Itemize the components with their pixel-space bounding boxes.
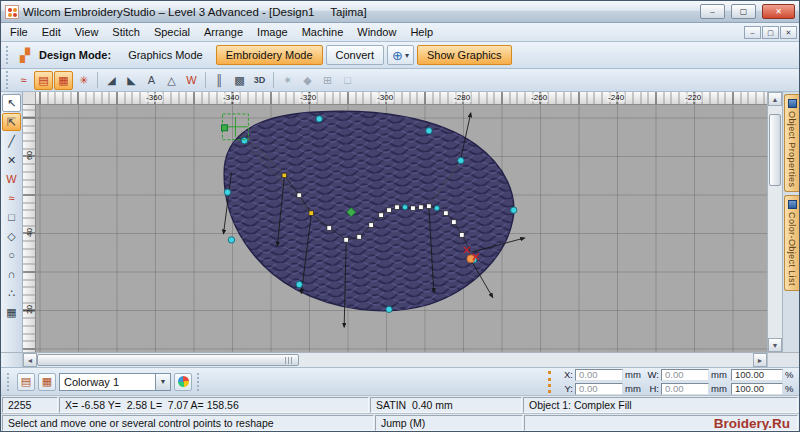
rectangle-tool[interactable]: □ — [2, 208, 21, 226]
reshape-tool[interactable]: ⇱ — [2, 113, 21, 131]
horizontal-scroll-thumb[interactable] — [37, 354, 299, 366]
app-logo-icon — [5, 5, 19, 19]
show-graphics-button[interactable]: Show Graphics — [417, 45, 512, 65]
scroll-corner-left — [1, 353, 23, 367]
menu-machine[interactable]: Machine — [295, 24, 351, 40]
scroll-right-button[interactable]: ► — [753, 353, 767, 367]
select-tool[interactable]: ↖ — [2, 94, 21, 112]
w-scale-input[interactable] — [731, 369, 783, 381]
menu-arrange[interactable]: Arrange — [197, 24, 250, 40]
menu-window[interactable]: Window — [350, 24, 403, 40]
lettering-icon[interactable]: A — [142, 71, 161, 90]
outline-design-icon[interactable]: □ — [338, 71, 357, 90]
diamond-tool[interactable]: ◇ — [2, 227, 21, 245]
maximize-button[interactable]: ▢ — [731, 4, 756, 19]
h-scale-input[interactable] — [731, 383, 783, 395]
design-canvas-svg — [36, 105, 767, 352]
selected-object-info: Object 1: Complex Fill — [523, 397, 798, 413]
lettering-tool[interactable]: W — [2, 170, 21, 188]
chevron-down-icon[interactable]: ▼ — [155, 374, 170, 390]
mesh-icon[interactable]: ⊞ — [318, 71, 337, 90]
mdi-close-button[interactable]: ✕ — [780, 26, 797, 39]
h-input[interactable] — [661, 383, 709, 395]
toolbar-grip[interactable] — [197, 373, 202, 391]
hint-text: Select and move one or several control p… — [2, 415, 374, 431]
tatami-stitch-icon[interactable]: ▦ — [54, 71, 73, 90]
star-fill-icon[interactable]: ✶ — [278, 71, 297, 90]
close-button[interactable]: ✕ — [762, 4, 795, 19]
knife-tool[interactable]: ✕ — [2, 151, 21, 169]
column-icon[interactable]: ║ — [210, 71, 229, 90]
toolbar-separator — [97, 72, 98, 88]
toolbar-grip[interactable] — [7, 373, 12, 391]
menu-file[interactable]: File — [3, 24, 35, 40]
scroll-up-button[interactable]: ▲ — [768, 92, 782, 106]
x-input[interactable] — [575, 369, 623, 381]
ruler-label: -240 — [607, 93, 625, 102]
arc-tool[interactable]: ∩ — [2, 265, 21, 283]
ellipse-tool[interactable]: ○ — [2, 246, 21, 264]
y-input[interactable] — [575, 383, 623, 395]
vertical-scrollbar[interactable]: ▲ ▼ — [767, 92, 782, 352]
colorway-select[interactable]: Colorway 1 ▼ — [59, 373, 171, 391]
3d-warp-icon[interactable]: 3D — [250, 71, 269, 90]
mdi-minimize-button[interactable]: – — [744, 26, 761, 39]
design-canvas[interactable] — [36, 105, 767, 352]
work-area: ↖ ⇱ ╱ ✕ W ≈ □ ◇ ○ ∩ ∴ ▦ -360 -340 -320 -… — [1, 92, 799, 352]
w-input[interactable] — [661, 369, 709, 381]
measure-tool[interactable]: ╱ — [2, 132, 21, 150]
vertical-scroll-thumb[interactable] — [769, 114, 781, 186]
menu-view[interactable]: View — [68, 24, 106, 40]
tab-color-object-list[interactable]: Color-Object List — [784, 195, 799, 291]
ripple-fill-icon[interactable]: ◆ — [298, 71, 317, 90]
x-label: X: — [559, 369, 573, 380]
input-a-icon[interactable]: ◢ — [102, 71, 121, 90]
run-stitch-icon[interactable]: ≈ — [14, 71, 33, 90]
motif-stitch-icon[interactable]: ✳ — [74, 71, 93, 90]
tab-label: Color-Object List — [787, 212, 797, 286]
satin-stitch-icon[interactable]: ▤ — [34, 71, 53, 90]
tab-object-properties[interactable]: Object Properties — [784, 94, 799, 192]
penetrations-tool[interactable]: ∴ — [2, 284, 21, 302]
horizontal-scroll-track[interactable] — [37, 353, 753, 367]
vertical-scroll-track[interactable] — [768, 106, 782, 338]
menu-edit[interactable]: Edit — [35, 24, 68, 40]
freehand-tool[interactable]: ≈ — [2, 189, 21, 207]
panel-grip-icon[interactable] — [548, 371, 554, 393]
embroidery-mode-button[interactable]: Embroidery Mode — [216, 45, 323, 65]
globe-icon: ⊕ — [392, 48, 403, 63]
w-label: W: — [645, 369, 659, 380]
menu-stitch[interactable]: Stitch — [105, 24, 147, 40]
grid-tool[interactable]: ▦ — [2, 303, 21, 321]
graphics-mode-button[interactable]: Graphics Mode — [118, 45, 213, 65]
monogram-icon[interactable]: W — [182, 71, 201, 90]
splitter-grip-icon[interactable] — [285, 357, 294, 364]
ruler-label: -280 — [453, 93, 471, 102]
chevron-down-icon: ▾ — [405, 51, 409, 60]
embroidery-object[interactable] — [224, 111, 514, 310]
scroll-down-button[interactable]: ▼ — [768, 338, 782, 352]
palette-editor-icon[interactable]: ▤ — [17, 373, 35, 391]
input-b-icon[interactable]: ◣ — [122, 71, 141, 90]
percent-label: % — [785, 383, 795, 394]
ruler-label: -220 — [684, 93, 702, 102]
colorway-editor-button[interactable] — [174, 373, 192, 391]
thread-colors-icon[interactable]: ▦ — [38, 373, 56, 391]
fusion-fill-icon[interactable]: ▩ — [230, 71, 249, 90]
menu-special[interactable]: Special — [147, 24, 197, 40]
mdi-restore-button[interactable]: ▢ — [762, 26, 779, 39]
menu-help[interactable]: Help — [403, 24, 440, 40]
percent-label: % — [785, 369, 795, 380]
toolbar-separator — [273, 72, 274, 88]
vertical-ruler: 60 40 20 — [23, 105, 36, 352]
toolbar-grip[interactable] — [6, 71, 11, 89]
horizontal-scrollbar-row: ◄ ► — [1, 352, 799, 367]
machine-format-button[interactable]: ⊕ ▾ — [387, 45, 414, 65]
toolbar-grip[interactable] — [6, 46, 11, 64]
input-c-icon[interactable]: △ — [162, 71, 181, 90]
minimize-button[interactable]: – — [700, 4, 725, 19]
scroll-left-button[interactable]: ◄ — [23, 353, 37, 367]
transform-panel: X: mm W: mm % Y: mm H: mm % — [548, 368, 795, 395]
convert-button[interactable]: Convert — [326, 45, 385, 65]
menu-image[interactable]: Image — [250, 24, 295, 40]
